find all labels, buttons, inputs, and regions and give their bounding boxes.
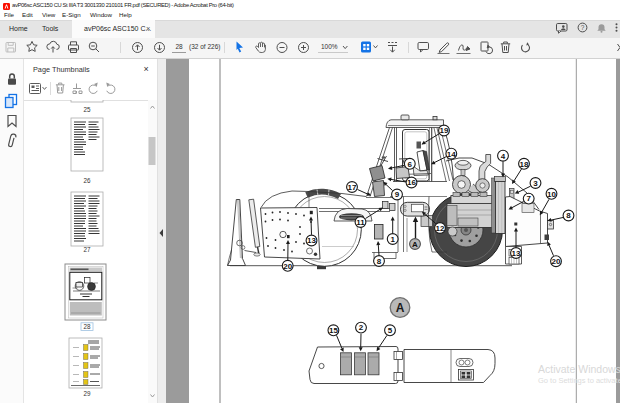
svg-text:3: 3 bbox=[533, 179, 538, 188]
svg-text:12: 12 bbox=[436, 224, 445, 233]
svg-text:14: 14 bbox=[447, 150, 456, 159]
svg-text:2: 2 bbox=[359, 323, 364, 332]
svg-text:4: 4 bbox=[501, 152, 506, 161]
svg-text:?: ? bbox=[581, 24, 585, 31]
svg-text:15: 15 bbox=[329, 326, 338, 335]
svg-text:17: 17 bbox=[348, 183, 357, 192]
svg-text:13: 13 bbox=[512, 249, 521, 258]
svg-text:A: A bbox=[396, 301, 405, 315]
svg-text:A: A bbox=[412, 240, 418, 249]
svg-text:10: 10 bbox=[547, 190, 556, 199]
svg-text:13: 13 bbox=[307, 236, 316, 245]
svg-text:6: 6 bbox=[408, 160, 413, 169]
svg-text:11: 11 bbox=[356, 218, 365, 227]
svg-text:26: 26 bbox=[83, 177, 91, 184]
svg-text:25: 25 bbox=[83, 106, 91, 113]
svg-text:5: 5 bbox=[388, 326, 393, 335]
svg-text:20: 20 bbox=[552, 257, 561, 266]
svg-text:29: 29 bbox=[83, 390, 91, 397]
svg-text:7: 7 bbox=[526, 194, 531, 203]
svg-text:28: 28 bbox=[83, 323, 91, 330]
svg-text:18: 18 bbox=[520, 160, 529, 169]
svg-text:19: 19 bbox=[440, 126, 449, 135]
svg-text:9: 9 bbox=[395, 190, 400, 199]
svg-text:20: 20 bbox=[283, 262, 292, 271]
svg-text:8: 8 bbox=[566, 211, 571, 220]
svg-text:1: 1 bbox=[390, 235, 395, 244]
svg-text:8: 8 bbox=[377, 257, 382, 266]
svg-text:27: 27 bbox=[83, 246, 91, 253]
svg-text:16: 16 bbox=[407, 178, 416, 187]
